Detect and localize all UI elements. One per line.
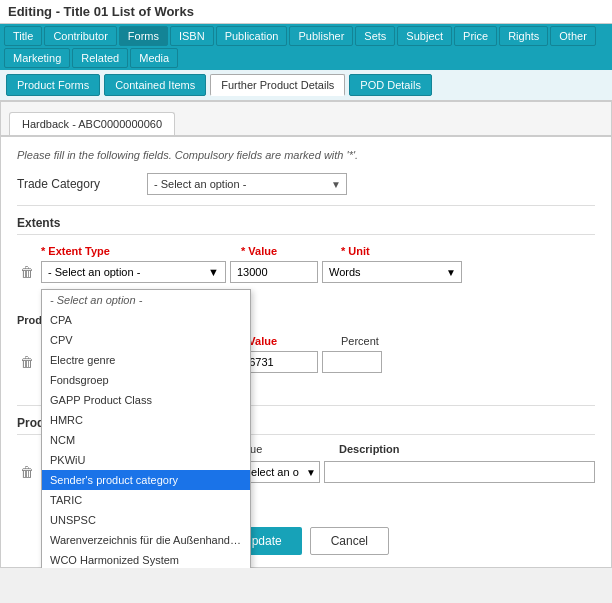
nav-tabs: Title Contributor Forms ISBN Publication… <box>0 24 612 70</box>
page-title: Editing - Title 01 List of Works <box>8 4 194 19</box>
dropdown-item-taric[interactable]: TARIC <box>42 490 250 510</box>
nav-tab-title[interactable]: Title <box>4 26 42 46</box>
extent-row-1: 🗑 - Select an option - - Select an optio… <box>17 261 595 283</box>
nav-tab-subject[interactable]: Subject <box>397 26 452 46</box>
trade-category-select[interactable]: - Select an option - <box>147 173 347 195</box>
unit-select[interactable]: Words <box>322 261 462 283</box>
delete-extent-icon[interactable]: 🗑 <box>17 264 37 280</box>
form-area: Please fill in the following fields. Com… <box>1 136 611 515</box>
dropdown-item-cpa[interactable]: CPA <box>42 310 250 330</box>
trade-category-row: Trade Category - Select an option - ▼ <box>17 173 595 195</box>
extent-type-dropdown: - Select an option - CPA CPV Electre gen… <box>41 289 251 568</box>
feature-desc-col-header: Description <box>339 443 400 455</box>
nav-tab-rights[interactable]: Rights <box>499 26 548 46</box>
sub-tab-contained-items[interactable]: Contained Items <box>104 74 206 96</box>
trade-category-label: Trade Category <box>17 177 147 191</box>
nav-tab-price[interactable]: Price <box>454 26 497 46</box>
dropdown-item-unspsc[interactable]: UNSPSC <box>42 510 250 530</box>
unit-select-wrap: Words ▼ <box>322 261 462 283</box>
hardback-tab[interactable]: Hardback - ABC0000000060 <box>9 112 175 135</box>
extent-value-input-1[interactable] <box>230 261 318 283</box>
dropdown-item-pkwiu[interactable]: PKWiU <box>42 450 250 470</box>
feature-desc-input[interactable] <box>324 461 595 483</box>
nav-tab-marketing[interactable]: Marketing <box>4 48 70 68</box>
nav-tab-related[interactable]: Related <box>72 48 128 68</box>
delete-feature-icon[interactable]: 🗑 <box>17 464 37 480</box>
nav-tab-publication[interactable]: Publication <box>216 26 288 46</box>
dropdown-item-electre[interactable]: Electre genre <box>42 350 250 370</box>
notice-text: Please fill in the following fields. Com… <box>17 149 595 161</box>
dropdown-item-ncm[interactable]: NCM <box>42 430 250 450</box>
content-area: Hardback - ABC0000000060 Please fill in … <box>0 101 612 568</box>
extent-unit-col-header: * Unit <box>341 245 481 257</box>
extent-percent-col-header: Percent <box>341 335 379 347</box>
nav-tab-isbn[interactable]: ISBN <box>170 26 214 46</box>
sub-tabs: Product Forms Contained Items Further Pr… <box>0 70 612 101</box>
dropdown-item-senders[interactable]: Sender's product category <box>42 470 250 490</box>
dropdown-item-gapp[interactable]: GAPP Product Class <box>42 390 250 410</box>
trade-category-select-wrap: - Select an option - ▼ <box>147 173 347 195</box>
title-bar: Editing - Title 01 List of Works <box>0 0 612 24</box>
extents-section-title: Extents <box>17 216 595 235</box>
nav-tab-sets[interactable]: Sets <box>355 26 395 46</box>
extent-value2-col-header: * Value <box>241 335 341 347</box>
dropdown-item-fondsgroep[interactable]: Fondsgroep <box>42 370 250 390</box>
sub-tab-pod-details[interactable]: POD Details <box>349 74 432 96</box>
nav-tab-publisher[interactable]: Publisher <box>289 26 353 46</box>
extent-value-col-header: * Value <box>241 245 341 257</box>
dropdown-item-placeholder[interactable]: - Select an option - <box>42 290 250 310</box>
nav-tab-media[interactable]: Media <box>130 48 178 68</box>
sub-tab-product-forms[interactable]: Product Forms <box>6 74 100 96</box>
extent-type-col-header: * Extent Type <box>41 245 241 257</box>
nav-tab-other[interactable]: Other <box>550 26 596 46</box>
delete-extent-2-icon[interactable]: 🗑 <box>17 354 37 370</box>
extent-type-display[interactable]: - Select an option - ▼ <box>41 261 226 283</box>
sub-tab-further-product-details[interactable]: Further Product Details <box>210 74 345 96</box>
dropdown-item-waren[interactable]: Warenverzeichnis für die Außenhandelssta… <box>42 530 250 550</box>
extents-header: * Extent Type * Value * Unit <box>17 241 595 261</box>
cancel-button[interactable]: Cancel <box>310 527 389 555</box>
extent-percent-input[interactable] <box>322 351 382 373</box>
extent-type-arrow-icon: ▼ <box>208 266 219 278</box>
extent-type-dropdown-wrapper: - Select an option - - Select an option … <box>41 261 226 283</box>
dropdown-item-wco[interactable]: WCO Harmonized System <box>42 550 250 568</box>
dropdown-item-hmrc[interactable]: HMRC <box>42 410 250 430</box>
dropdown-item-cpv[interactable]: CPV <box>42 330 250 350</box>
nav-tab-contributor[interactable]: Contributor <box>44 26 116 46</box>
nav-tab-forms[interactable]: Forms <box>119 26 168 46</box>
divider-1 <box>17 205 595 206</box>
